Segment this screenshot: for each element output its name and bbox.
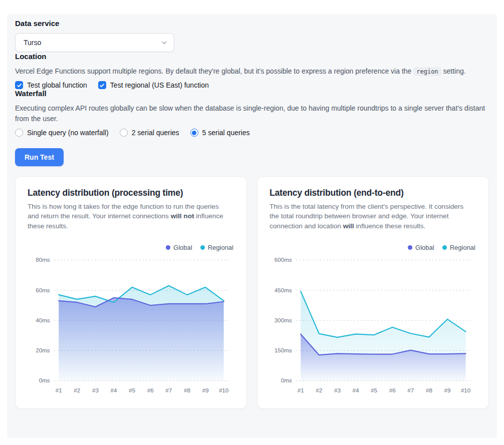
radio-label: 2 serial queries (132, 129, 179, 137)
location-heading: Location (15, 52, 489, 61)
radio-5-serial-queries[interactable]: 5 serial queries (190, 129, 250, 137)
x-tick-label: #10 (461, 387, 471, 393)
x-tick-label: #1 (56, 387, 62, 393)
data-service-heading: Data service (15, 19, 489, 28)
legend-label: Global (173, 244, 192, 251)
x-tick-label: #3 (334, 387, 341, 393)
radio-circle (15, 129, 23, 137)
chart-legend: GlobalRegional (28, 244, 233, 251)
x-tick-label: #3 (92, 387, 99, 393)
legend-item-global: Global (408, 244, 434, 251)
data-service-select[interactable]: Turso (15, 33, 174, 52)
x-tick-label: #6 (147, 387, 154, 393)
y-tick-label: 450ms (275, 287, 292, 293)
y-tick-label: 60ms (36, 287, 50, 293)
x-tick-label: #7 (165, 387, 172, 393)
legend-dot (408, 245, 412, 250)
y-tick-label: 300ms (275, 317, 292, 323)
run-test-button[interactable]: Run Test (15, 148, 64, 166)
waterfall-description: Executing complex API routes globally ca… (15, 103, 489, 124)
x-tick-label: #8 (184, 387, 190, 393)
area-global (59, 298, 223, 381)
card-title: Latency distribution (processing time) (28, 188, 234, 198)
x-tick-label: #6 (389, 387, 396, 393)
checkbox-label: Test regional (US East) function (110, 81, 209, 89)
radio-single-query[interactable]: Single query (no waterfall) (15, 129, 109, 137)
x-tick-label: #10 (219, 387, 229, 393)
charts-row: Latency distribution (processing time) T… (15, 176, 489, 409)
y-tick-label: 0ms (281, 377, 292, 384)
x-tick-label: #4 (111, 387, 117, 393)
latency-chart-end-to-end: 0ms150ms300ms450ms600ms#1#2#3#4#5#6#7#8#… (270, 253, 476, 398)
checkbox-test-regional-function[interactable]: Test regional (US East) function (98, 81, 209, 89)
checkmark-icon (17, 83, 22, 88)
card-description: This is the total latency from the clien… (270, 202, 469, 231)
card-title: Latency distribution (end-to-end) (270, 188, 476, 198)
checkbox-test-global-function[interactable]: Test global function (15, 81, 87, 89)
x-tick-label: #2 (316, 387, 322, 393)
legend-item-regional: Regional (442, 244, 475, 251)
checkbox-label: Test global function (27, 81, 87, 89)
x-tick-label: #2 (74, 387, 80, 393)
radio-2-serial-queries[interactable]: 2 serial queries (120, 129, 179, 137)
y-tick-label: 0ms (39, 377, 50, 384)
x-tick-label: #5 (371, 387, 377, 393)
y-tick-label: 150ms (275, 347, 292, 354)
x-tick-label: #9 (202, 387, 209, 393)
y-tick-label: 600ms (275, 257, 292, 263)
x-tick-label: #5 (129, 387, 135, 393)
legend-label: Regional (450, 244, 475, 251)
location-description: Vercel Edge Functions support multiple r… (15, 66, 489, 77)
x-tick-label: #7 (407, 387, 414, 393)
radio-circle (190, 129, 198, 137)
card-latency-processing-time: Latency distribution (processing time) T… (15, 176, 247, 409)
y-tick-label: 80ms (36, 257, 50, 263)
legend-dot (166, 245, 170, 250)
x-tick-label: #8 (426, 387, 432, 393)
checkbox-box (15, 81, 23, 89)
card-description: This is how long it takes for the edge f… (28, 202, 227, 231)
y-tick-label: 40ms (36, 317, 50, 323)
x-tick-label: #4 (353, 387, 359, 393)
x-tick-label: #9 (444, 387, 451, 393)
legend-label: Global (415, 244, 434, 251)
card-latency-end-to-end: Latency distribution (end-to-end) This i… (257, 176, 489, 409)
chevron-down-icon (161, 39, 168, 46)
legend-item-global: Global (166, 244, 192, 251)
radio-circle (120, 129, 128, 137)
y-tick-label: 20ms (36, 347, 50, 354)
x-tick-label: #1 (298, 387, 304, 393)
legend-label: Regional (208, 244, 233, 251)
page-panel: Data service Turso Location Vercel Edge … (7, 14, 497, 438)
data-service-selected-value: Turso (24, 39, 41, 47)
checkmark-icon (99, 83, 105, 88)
radio-label: 5 serial queries (202, 129, 250, 137)
waterfall-heading: Waterfall (15, 89, 489, 98)
chart-legend: GlobalRegional (270, 244, 475, 251)
latency-chart-processing-time: 0ms20ms40ms60ms80ms#1#2#3#4#5#6#7#8#9#10 (28, 253, 234, 398)
legend-item-regional: Regional (200, 244, 233, 251)
checkbox-box (98, 81, 106, 89)
waterfall-radio-row: Single query (no waterfall) 2 serial que… (15, 129, 489, 137)
location-checkbox-row: Test global function Test regional (US E… (15, 81, 489, 89)
legend-dot (442, 245, 447, 250)
legend-dot (200, 245, 205, 250)
radio-label: Single query (no waterfall) (27, 129, 109, 137)
